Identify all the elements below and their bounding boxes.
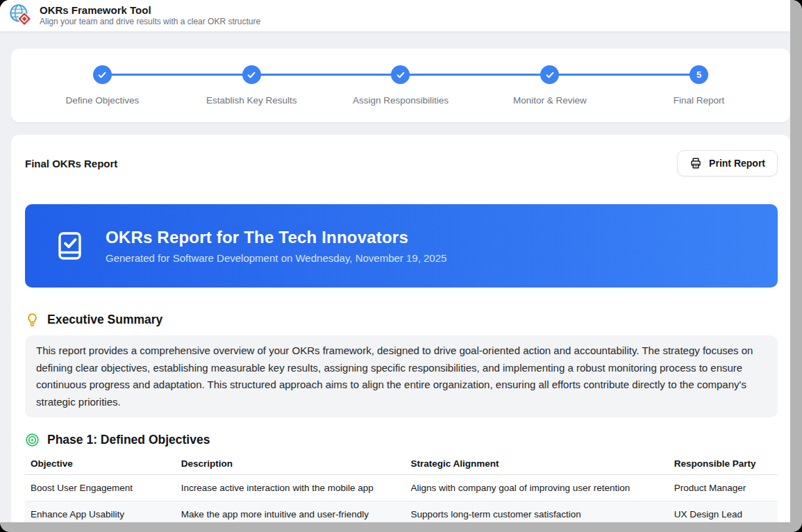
lightbulb-icon — [25, 313, 40, 327]
app-header: OKRs Framework Tool Align your team and … — [0, 0, 790, 32]
column-header-strategic-alignment: Strategic Alignment — [405, 453, 668, 475]
column-header-responsible-party: Responsible Party — [669, 453, 778, 475]
cell-objective: Enhance App Usability — [25, 501, 176, 528]
check-icon — [97, 70, 107, 80]
target-icon — [25, 433, 40, 447]
step-final-report[interactable]: 5 Final Report — [624, 65, 774, 106]
app-window: OKRs Framework Tool Align your team and … — [0, 0, 802, 532]
column-header-description: Description — [176, 453, 406, 475]
step-define-objectives[interactable]: Define Objectives — [28, 65, 177, 106]
stepper-card: Define Objectives Establish Key Results … — [11, 49, 790, 122]
check-icon — [545, 70, 555, 80]
step-label: Define Objectives — [65, 95, 139, 106]
stepper: Define Objectives Establish Key Results … — [28, 65, 774, 106]
book-check-icon — [54, 230, 86, 262]
step-monitor-review[interactable]: Monitor & Review — [475, 65, 624, 106]
cell-strategic-alignment: Supports long-term customer satisfaction — [405, 501, 668, 528]
step-assign-responsibilities[interactable]: Assign Responsibilities — [326, 65, 476, 106]
cell-objective: Boost User Engagement — [25, 475, 176, 501]
step-complete-indicator — [93, 65, 112, 84]
step-complete-indicator — [242, 65, 261, 84]
cell-responsible-party: Product Manager — [669, 475, 778, 501]
step-establish-key-results[interactable]: Establish Key Results — [177, 65, 326, 106]
step-label: Establish Key Results — [206, 95, 297, 106]
banner-subtitle: Generated for Software Development on We… — [106, 252, 446, 264]
step-label: Assign Responsibilities — [353, 95, 449, 106]
table-row: Boost User Engagement Increase active in… — [25, 475, 778, 501]
report-banner: OKRs Report for The Tech Innovators Gene… — [25, 204, 778, 288]
cell-description: Increase active interaction with the mob… — [176, 475, 406, 501]
printer-icon — [690, 157, 702, 169]
table-header-row: Objective Description Strategic Alignmen… — [25, 453, 778, 475]
objectives-table: Objective Description Strategic Alignmen… — [25, 453, 778, 528]
step-active-indicator: 5 — [690, 65, 708, 84]
phase1-heading: Phase 1: Defined Objectives — [47, 433, 210, 447]
app-subtitle: Align your team and drive results with a… — [40, 17, 260, 27]
banner-title: OKRs Report for The Tech Innovators — [106, 228, 446, 247]
check-icon — [247, 70, 256, 80]
column-header-objective: Objective — [25, 453, 176, 475]
step-label: Final Report — [674, 95, 725, 106]
final-report-card: Final OKRs Report Print Report — [11, 135, 790, 532]
app-title: OKRs Framework Tool — [40, 4, 260, 17]
table-row: Enhance App Usability Make the app more … — [25, 501, 778, 528]
step-complete-indicator — [540, 65, 559, 84]
step-label: Monitor & Review — [513, 95, 587, 106]
cell-responsible-party: UX Design Lead — [669, 501, 778, 528]
step-complete-indicator — [391, 65, 410, 84]
report-section-title: Final OKRs Report — [25, 158, 117, 169]
check-icon — [396, 70, 406, 80]
executive-summary-body: This report provides a comprehensive ove… — [25, 335, 778, 417]
cell-description: Make the app more intuitive and user-fri… — [176, 501, 406, 528]
print-report-button[interactable]: Print Report — [677, 150, 778, 176]
executive-summary-heading: Executive Summary — [47, 313, 162, 327]
cell-strategic-alignment: Aligns with company goal of improving us… — [405, 475, 668, 501]
app-logo-icon — [8, 3, 34, 28]
print-report-label: Print Report — [709, 158, 765, 169]
